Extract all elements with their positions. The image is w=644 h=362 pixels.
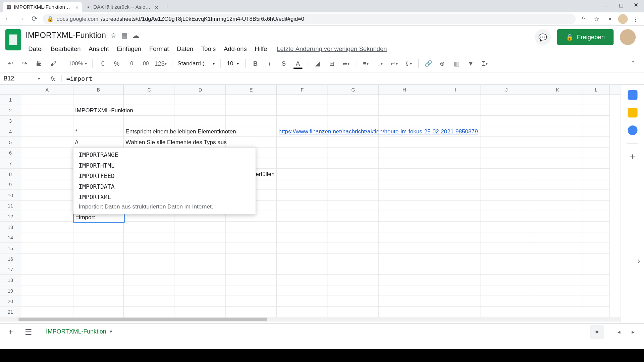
tasks-addon-icon[interactable] — [628, 125, 637, 135]
select-all-corner[interactable] — [0, 85, 21, 94]
text-wrap-button[interactable]: ↵▾ — [388, 57, 400, 70]
cell[interactable] — [583, 179, 609, 190]
browser-profile-avatar[interactable] — [618, 14, 628, 24]
cell[interactable] — [21, 264, 73, 275]
cell[interactable] — [481, 137, 532, 148]
cell[interactable] — [124, 95, 175, 105]
cell[interactable] — [328, 95, 379, 105]
share-button[interactable]: 🔒 Freigeben — [557, 29, 614, 45]
menu-bearbeiten[interactable]: Bearbeiten — [48, 44, 83, 53]
cell[interactable] — [226, 285, 277, 296]
cell[interactable] — [226, 307, 277, 317]
cell[interactable] — [583, 254, 609, 264]
row-header[interactable]: 19 — [0, 285, 21, 296]
cell[interactable] — [583, 137, 609, 148]
cell[interactable] — [430, 307, 481, 317]
cell[interactable] — [583, 200, 609, 211]
cell[interactable] — [73, 232, 124, 243]
cell[interactable] — [379, 95, 430, 105]
cell[interactable] — [481, 211, 532, 222]
cell[interactable] — [583, 147, 609, 158]
font-family-select[interactable]: Standard (… ▾ — [176, 57, 217, 70]
cell[interactable]: IMPORTXML-Funktion — [73, 105, 124, 116]
cell[interactable] — [21, 200, 73, 211]
cell[interactable] — [21, 222, 73, 233]
col-header[interactable]: F — [277, 85, 328, 94]
bookmark-icon[interactable]: ☆ — [591, 13, 602, 24]
cell[interactable] — [73, 243, 124, 254]
explore-button[interactable]: ✦ — [590, 325, 604, 339]
cell[interactable] — [583, 211, 609, 222]
menu-datei[interactable]: Datei — [25, 44, 45, 53]
cell[interactable] — [21, 147, 73, 158]
cell[interactable] — [430, 190, 481, 201]
cell[interactable] — [430, 296, 481, 307]
cell[interactable] — [532, 232, 583, 243]
cell[interactable] — [73, 264, 124, 275]
cell[interactable] — [379, 116, 430, 126]
cell[interactable] — [124, 243, 175, 254]
row-header[interactable]: 5 — [0, 137, 21, 148]
cell[interactable] — [481, 95, 532, 105]
row-header[interactable]: 13 — [0, 222, 21, 233]
window-minimize[interactable]: ﹘ — [599, 0, 614, 10]
cell[interactable] — [277, 275, 328, 286]
filter-button[interactable]: ▼ — [465, 57, 477, 70]
cell[interactable] — [583, 285, 609, 296]
nav-reload[interactable]: ⟳ — [29, 13, 40, 24]
italic-button[interactable]: I — [263, 57, 276, 70]
browser-tab[interactable]: ▪ DAX fällt zurück -- Asiens Börse × — [82, 2, 162, 12]
cell[interactable] — [430, 200, 481, 211]
cell[interactable] — [532, 264, 583, 275]
cell[interactable]: Entspricht einem beliebigen Elementknote… — [124, 126, 175, 137]
cell[interactable] — [379, 232, 430, 243]
menu-einfuegen[interactable]: Einfügen — [114, 44, 144, 53]
cell[interactable] — [226, 222, 277, 233]
row-header[interactable]: 15 — [0, 243, 21, 254]
cell[interactable] — [430, 105, 481, 116]
functions-button[interactable]: Σ▾ — [479, 57, 491, 70]
decimal-increase-button[interactable]: .00 — [139, 57, 151, 70]
cell[interactable] — [277, 296, 328, 307]
cell[interactable] — [226, 232, 277, 243]
cell[interactable] — [532, 211, 583, 222]
cell[interactable] — [277, 200, 328, 211]
cell[interactable] — [583, 169, 609, 179]
cell[interactable] — [73, 275, 124, 286]
window-close[interactable]: ✕ — [629, 0, 644, 10]
cell[interactable] — [226, 275, 277, 286]
cell[interactable] — [328, 158, 379, 169]
cell[interactable] — [481, 307, 532, 317]
comments-button[interactable]: 💬 — [535, 29, 551, 45]
insert-link-button[interactable]: 🔗 — [422, 57, 434, 70]
cell[interactable] — [175, 254, 226, 264]
cell[interactable] — [532, 254, 583, 264]
row-header[interactable]: 7 — [0, 158, 21, 169]
browser-tab-active[interactable]: ▦ IMPORTXML-Funktion - Google × — [3, 2, 82, 12]
strikethrough-button[interactable]: S — [277, 57, 290, 70]
document-title[interactable]: IMPORTXML-Funktion — [25, 31, 106, 40]
cell[interactable] — [583, 105, 609, 116]
cell[interactable] — [124, 232, 175, 243]
cell[interactable] — [532, 243, 583, 254]
extensions-icon[interactable]: ✦ — [605, 13, 615, 24]
cell[interactable] — [328, 137, 379, 148]
cell[interactable] — [532, 200, 583, 211]
cell[interactable] — [379, 264, 430, 275]
cell[interactable] — [175, 275, 226, 286]
cell[interactable] — [277, 147, 328, 158]
cell[interactable] — [21, 275, 73, 286]
cell[interactable] — [175, 222, 226, 233]
sheet-tab-active[interactable]: IMPORTXML-Funktion ▾ — [40, 325, 119, 339]
menu-ansicht[interactable]: Ansicht — [86, 44, 111, 53]
col-header[interactable]: L — [583, 85, 609, 94]
cell[interactable] — [379, 190, 430, 201]
cell[interactable] — [124, 105, 175, 116]
cell[interactable] — [583, 243, 609, 254]
cell[interactable] — [73, 254, 124, 264]
new-tab-button[interactable]: + — [162, 2, 172, 12]
cell[interactable] — [175, 105, 226, 116]
cell[interactable] — [532, 95, 583, 105]
cell[interactable] — [379, 200, 430, 211]
cell[interactable] — [328, 116, 379, 126]
